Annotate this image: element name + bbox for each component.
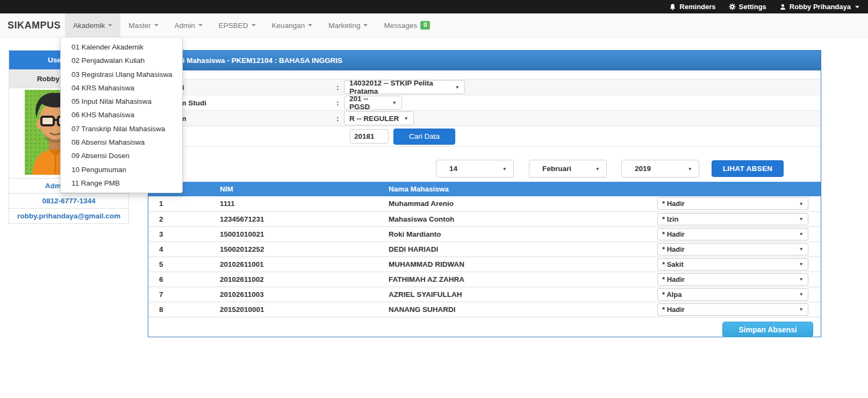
caret-down-icon: ▼	[591, 166, 600, 172]
selected-value: 201 -- PGSD	[349, 95, 388, 111]
cell-nim: 20102611001	[210, 257, 379, 272]
cell-no: 5	[148, 257, 210, 272]
attendance-select[interactable]: * Hadir ▼	[657, 303, 808, 316]
attendance-select[interactable]: * Hadir ▼	[657, 273, 808, 286]
attendance-select[interactable]: * Sakit ▼	[657, 258, 808, 271]
messages-badge: 0	[420, 21, 430, 30]
bell-icon	[669, 3, 676, 11]
chevron-down-icon	[108, 24, 112, 26]
table-row: 8 20152010001 NANANG SUHARDI * Hadir ▼	[148, 302, 821, 317]
settings-label: Settings	[739, 3, 766, 11]
colon: :	[336, 115, 344, 123]
colon: :	[336, 83, 344, 91]
header-nama: Nama Mahasiswa	[379, 182, 648, 196]
attendance-select[interactable]: * Hadir ▼	[657, 228, 808, 240]
selected-value: * Alpa	[662, 290, 682, 298]
user-menu-button[interactable]: Robby Prihandaya	[779, 3, 859, 11]
selected-value: * Hadir	[662, 275, 685, 283]
menu-item-absensi-mahasiswa[interactable]: 08 Absensi Mahasiswa	[61, 136, 182, 149]
nav-item-akademik[interactable]: Akademik	[65, 13, 120, 37]
attendance-select[interactable]: * Hadir ▼	[657, 197, 808, 210]
reminders-button[interactable]: Reminders	[669, 3, 715, 11]
selected-value: 14032012 -- STKIP Pelita Pratama	[349, 79, 451, 95]
cell-nim: 1111	[210, 196, 379, 211]
absensi-table: NIM Nama Mahasiswa 1 1111 Muhammad Areni…	[148, 182, 821, 317]
caret-down-icon: ▼	[795, 276, 804, 282]
tahun-input[interactable]	[350, 129, 389, 144]
cell-nama: DEDI HARIADI	[379, 241, 648, 257]
caret-down-icon: ▼	[795, 201, 804, 207]
menu-item-khs-mahasiswa[interactable]: 06 KHS Mahasiswa	[61, 108, 182, 122]
cell-nama: FATHIMAH AZ ZAHRA	[379, 272, 648, 287]
menu-item-pengumuman[interactable]: 10 Pengumuman	[61, 163, 182, 176]
caret-down-icon: ▼	[795, 307, 804, 312]
menu-item-registrasi-ulang[interactable]: 03 Registrasi Ulang Mahasiswa	[61, 68, 182, 81]
year-select[interactable]: 2019 ▼	[621, 160, 699, 177]
attendance-select[interactable]: * Hadir ▼	[657, 243, 808, 255]
nav-item-keuangan[interactable]: Keuangan	[264, 13, 321, 37]
selected-value: * Hadir	[662, 200, 685, 208]
menu-item-krs-mahasiswa[interactable]: 04 KRS Mahasiswa	[61, 81, 182, 95]
cell-nama: NANANG SUHARDI	[379, 302, 648, 317]
program-studi-select[interactable]: 201 -- PGSD ▼	[344, 96, 402, 110]
attendance-select[interactable]: * Alpa ▼	[657, 288, 808, 301]
menu-item-transkrip-nilai[interactable]: 07 Transkrip Nilai Mahasiswa	[61, 122, 182, 136]
filter-row-institusi: Institusi : 14032012 -- STKIP Pelita Pra…	[148, 80, 821, 95]
cell-nama: Mahasiswa Contoh	[379, 211, 648, 226]
cell-status: * Hadir ▼	[648, 302, 821, 317]
main-navbar: SIKAMPUS Akademik Master Admin EPSBED Ke…	[0, 13, 868, 38]
cari-data-button[interactable]: Cari Data	[393, 129, 455, 145]
day-select[interactable]: 14 ▼	[436, 160, 514, 177]
menu-item-absensi-dosen[interactable]: 09 Absensi Dosen	[61, 149, 182, 162]
cell-no: 6	[148, 272, 210, 287]
menu-item-penjadwalan-kuliah[interactable]: 02 Penjadwalan Kuliah	[61, 54, 182, 67]
simpan-absensi-button[interactable]: Simpan Absensi	[722, 322, 813, 337]
brand-logo[interactable]: SIKAMPUS	[0, 13, 65, 37]
caret-down-icon: ▼	[400, 116, 408, 121]
institusi-select[interactable]: 14032012 -- STKIP Pelita Pratama ▼	[344, 80, 465, 94]
settings-button[interactable]: Settings	[729, 3, 766, 11]
cell-nim: 15001010021	[210, 226, 379, 241]
selected-value: * Sakit	[662, 260, 684, 268]
cell-no: 7	[148, 287, 210, 302]
nav-item-epsbed[interactable]: EPSBED	[211, 13, 264, 37]
user-email-link[interactable]: robby.prihandaya@gmail.com	[9, 208, 128, 223]
person-icon	[779, 3, 786, 11]
cell-nama: Muhammad Arenio	[379, 196, 648, 211]
chevron-down-icon	[154, 24, 159, 26]
nav-label: EPSBED	[219, 22, 248, 30]
cell-nama: Roki Mardianto	[379, 226, 648, 241]
menu-item-kalender-akademik[interactable]: 01 Kalender Akademik	[61, 40, 182, 54]
reminders-label: Reminders	[679, 3, 715, 11]
nav-label: Akademik	[73, 22, 105, 30]
sikampus-app: Reminders	[0, 0, 868, 398]
caret-down-icon: ▼	[388, 100, 397, 105]
nav-item-marketing[interactable]: Marketing	[320, 13, 376, 37]
date-selector-row: 14 ▼ Februari ▼ 2019 ▼ LIHAT ABSEN	[148, 160, 821, 177]
program-select[interactable]: R -- REGULER ▼	[344, 111, 414, 125]
caret-down-icon: ▼	[498, 166, 507, 172]
nav-item-admin[interactable]: Admin	[167, 13, 211, 37]
cell-no: 3	[148, 226, 210, 241]
caret-down-icon: ▼	[795, 216, 804, 222]
search-row: Cari Data	[148, 126, 821, 147]
month-select[interactable]: Februari ▼	[529, 160, 607, 177]
lihat-absen-button[interactable]: LIHAT ABSEN	[712, 160, 784, 177]
chevron-down-icon	[308, 24, 312, 26]
menu-item-input-nilai[interactable]: 05 Input Nilai Mahasiswa	[61, 95, 182, 108]
cell-no: 1	[148, 196, 210, 211]
nav-item-master[interactable]: Master	[120, 13, 166, 37]
cell-nim: 15002012252	[210, 241, 379, 257]
cell-nim: 20102611002	[210, 272, 379, 287]
nav-item-messages[interactable]: Messages 0	[376, 13, 438, 37]
selected-value: * Hadir	[662, 245, 685, 253]
caret-down-icon: ▼	[795, 261, 804, 267]
user-phone-link[interactable]: 0812-6777-1344	[9, 193, 128, 208]
selected-value: R -- REGULER	[349, 115, 399, 123]
nav-label: Marketing	[328, 22, 360, 30]
menu-item-range-pmb[interactable]: 11 Range PMB	[61, 176, 182, 190]
attendance-select[interactable]: * Izin ▼	[657, 213, 808, 225]
table-row: 5 20102611001 MUHAMMAD RIDWAN * Sakit ▼	[148, 257, 821, 272]
header-nim: NIM	[210, 182, 379, 196]
chevron-down-icon	[363, 24, 368, 26]
